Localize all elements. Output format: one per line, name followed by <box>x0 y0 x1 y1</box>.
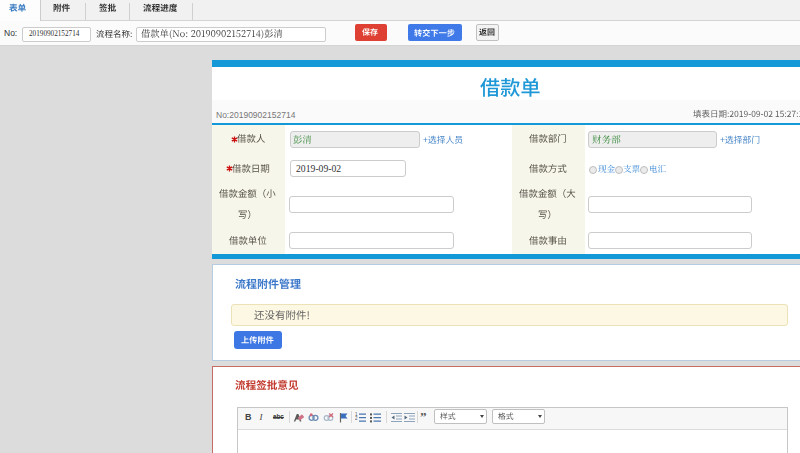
svg-text:2: 2 <box>355 416 358 421</box>
